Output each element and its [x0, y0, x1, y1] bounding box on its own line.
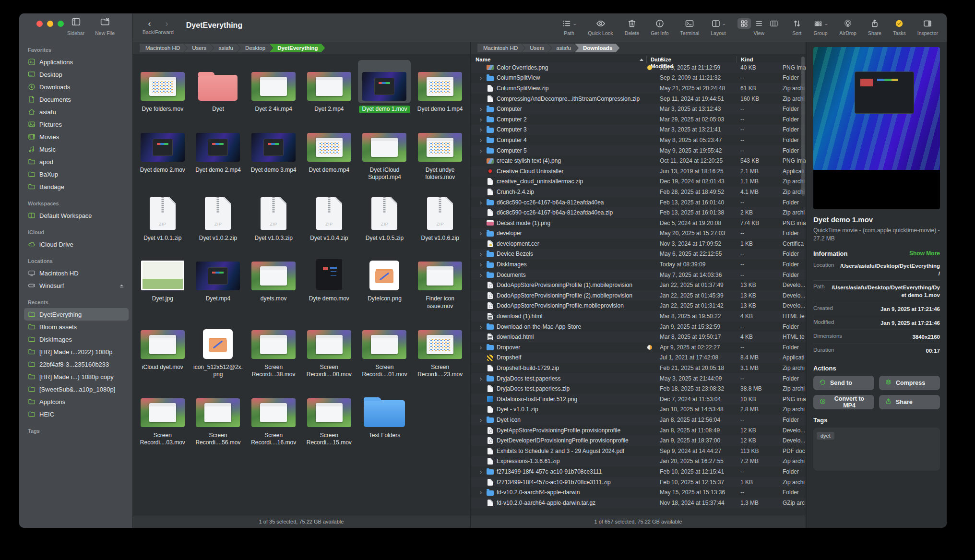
file-row-columnsplitview[interactable]: ›ColumnSplitViewSep 2, 2009 at 11:21:32-…	[471, 73, 806, 83]
view-grid-button[interactable]	[737, 18, 751, 29]
file-row-f2713499-18f4-457c-ac10-91b708ce3111-zip[interactable]: f2713499-18f4-457c-ac10-91b708ce3111.zip…	[471, 477, 806, 488]
grid-item-dyet-demo-mp4[interactable]: Dyet demo.mp4	[301, 121, 357, 181]
file-row-create-stylish-text-4-png[interactable]: create stylish text (4).pngOct 11, 2024 …	[471, 155, 806, 166]
grid-item-dyet-v1-0-4-zip[interactable]: Dyet v1.0.4.zip	[301, 189, 357, 242]
file-row-dtafalonso-ios8-finder-512-png[interactable]: Dtafalonso-Ios8-Finder.512.pngDec 7, 202…	[471, 394, 806, 405]
file-row-exhibits-to-schedule-2-and-3-29-august-2024-pdf[interactable]: Exhibits to Schedule 2 and 3 - 29 August…	[471, 446, 806, 456]
column-header-date[interactable]: Date Modified	[646, 56, 656, 63]
sidebar-item-diskimages[interactable]: DiskImages	[24, 333, 129, 346]
tags-box[interactable]: dyet	[813, 428, 940, 471]
grid-item-dyet-2-4k-mp4[interactable]: Dyet 2 4k.mp4	[246, 60, 301, 113]
share-button[interactable]: Share	[868, 18, 881, 36]
close-window-button[interactable]	[36, 21, 43, 27]
file-row-expressions-1-3-6-61-zip[interactable]: Expressions-1.3.6.61.zipJan 20, 2025 at …	[471, 456, 806, 467]
grid-item-screen-recordi-16-mov[interactable]: Screen Recordi....16.mov	[246, 386, 301, 447]
file-row-compressinganddecompre-ithstreamcompression-zip[interactable]: CompressingAndDecompre...ithStreamCompre…	[471, 94, 806, 104]
file-row-download-1-html[interactable]: download (1).htmlMar 8, 2025 at 19:50:22…	[471, 311, 806, 322]
disclosure-triangle-icon[interactable]: ›	[476, 468, 486, 475]
eject-icon[interactable]	[119, 283, 125, 289]
disclosure-triangle-icon[interactable]: ›	[476, 272, 486, 278]
breadcrumb-asiafu[interactable]: asiafu	[548, 44, 578, 52]
show-more-link[interactable]: Show More	[909, 250, 940, 257]
sidebar-item-documents[interactable]: Documents	[24, 93, 129, 106]
file-row-dyetappstoreprovisioningprofile-provisionprofile[interactable]: DyetAppStoreProvisioningProfile.provisio…	[471, 425, 806, 436]
breadcrumb-macintosh-hd[interactable]: Macintosh HD	[140, 44, 187, 52]
grid-item-screen-recordi-23-mov[interactable]: Screen Recordi....23.mov	[412, 318, 468, 379]
sidebar-item-movies[interactable]: Movies	[24, 131, 129, 143]
disclosure-triangle-icon[interactable]: ›	[476, 417, 486, 423]
file-row-dyet-icon[interactable]: ›Dyet iconJan 8, 2025 at 12:56:04--Folde…	[471, 415, 806, 425]
file-row-download-on-the-mac-app-store[interactable]: ›Download-on-the-Mac-App-StoreJan 9, 202…	[471, 322, 806, 332]
grid-item-dyte-demo-mov[interactable]: Dyte demo.mov	[301, 250, 357, 310]
grid-item-dyet-undye-folders-mov[interactable]: Dyet undye folders.mov	[412, 121, 468, 181]
sidebar-item-icloud-drive[interactable]: iCloud Drive	[24, 238, 129, 250]
file-row-creative-cloud-uninstaller[interactable]: Creative Cloud UninstallerJun 13, 2019 a…	[471, 166, 806, 177]
file-row-computer-5[interactable]: ›Computer 5May 9, 2025 at 19:55:42--Fold…	[471, 145, 806, 156]
file-row-dropover[interactable]: ›DropoverApr 9, 2025 at 02:22:27--Folder	[471, 342, 806, 353]
file-row-computer[interactable]: ›ComputerMar 3, 2025 at 13:12:43--Folder	[471, 104, 806, 114]
grid-item-finder-icon-issue-mov[interactable]: Finder icon issue.mov	[412, 250, 468, 310]
breadcrumb-users[interactable]: Users	[184, 44, 214, 52]
disclosure-triangle-icon[interactable]: ›	[476, 126, 486, 133]
grid-item-icloud-dyet-mov[interactable]: iCloud dyet.mov	[135, 318, 190, 379]
group-button[interactable]: ⌄ Group	[813, 18, 828, 36]
view-list-button[interactable]	[752, 18, 766, 29]
breadcrumb-users[interactable]: Users	[522, 44, 551, 52]
convert-to-mp4-button[interactable]: Convert to MP4	[813, 395, 874, 409]
sidebar-item-asiafu[interactable]: asiafu	[24, 106, 129, 118]
sidebar-item-pictures[interactable]: Pictures	[24, 118, 129, 131]
sidebar-toggle-button[interactable]: Sidebar	[67, 17, 84, 36]
minimize-window-button[interactable]	[47, 21, 53, 27]
grid-item-screen-recordi-56-mov[interactable]: Screen Recordi....56.mov	[190, 386, 246, 447]
file-row-crunch-2-4-zip[interactable]: Crunch-2.4.zipFeb 28, 2025 at 18:49:524.…	[471, 187, 806, 197]
disclosure-triangle-icon[interactable]: ›	[476, 106, 486, 112]
grid-item-dyet-demo-3-mp4[interactable]: Dyet demo 3.mp4	[246, 121, 301, 181]
compress-button[interactable]: Compress	[879, 376, 940, 390]
file-row-dyet-v1-0-1-zip[interactable]: Dyet - v1.0.1.zipJan 10, 2025 at 14:53:4…	[471, 405, 806, 415]
grid-item-dyet-v1-0-5-zip[interactable]: Dyet v1.0.5.zip	[357, 189, 413, 242]
grid-item-dyets-mov[interactable]: dyets.mov	[246, 250, 301, 310]
airdrop-button[interactable]: AirDrop	[839, 18, 856, 36]
delete-button[interactable]: Delete	[625, 18, 639, 36]
grid-item-dyet-v1-0-1-zip[interactable]: Dyet v1.0.1.zip	[135, 189, 190, 242]
column-header-size[interactable]: Size	[656, 56, 737, 63]
sidebar-item-desktop[interactable]: Desktop	[24, 68, 129, 81]
breadcrumb-dyeteverything[interactable]: DyetEverything	[269, 44, 325, 52]
grid-item-screen-recordi-38-mov[interactable]: Screen Recordi...38.mov	[246, 318, 301, 379]
grid-item-dyet-v1-0-3-zip[interactable]: Dyet v1.0.3.zip	[246, 189, 301, 242]
sort-button[interactable]: Sort	[792, 18, 802, 36]
back-button[interactable]: ‹	[148, 19, 151, 29]
sidebar-item-baxup[interactable]: BaXup	[24, 168, 129, 180]
file-row-dryjadocs-test-paperless-zip[interactable]: DryjaDocs test.paperless.zipFeb 18, 2025…	[471, 383, 806, 394]
sidebar-item-macintosh-hd[interactable]: Macintosh HD	[24, 267, 129, 279]
list-scrollbar[interactable]	[801, 57, 805, 196]
file-row-development-cer[interactable]: development.cerNov 3, 2024 at 17:09:521 …	[471, 238, 806, 249]
send-to-button[interactable]: Send to	[813, 376, 874, 390]
file-row-d6c8c590-cc26-4167-b64a-812eafda40ea-zip[interactable]: d6c8c590-cc26-4167-b64a-812eafda40ea.zip…	[471, 207, 806, 218]
disclosure-triangle-icon[interactable]: ›	[476, 137, 486, 143]
breadcrumb-macintosh-hd[interactable]: Macintosh HD	[477, 44, 525, 52]
file-row-device-bezels[interactable]: ›Device BezelsMay 6, 2025 at 22:12:55--F…	[471, 249, 806, 260]
file-row-dodoappstoreprovisioningprofile-2-mobileprovision[interactable]: DodoAppStoreProvisioningProfile (2).mobi…	[471, 290, 806, 301]
breadcrumb-desktop[interactable]: Desktop	[237, 44, 273, 52]
file-row-computer-3[interactable]: ›Computer 3Mar 3, 2025 at 13:21:41--Fold…	[471, 125, 806, 135]
grid-item-dyet-demo-1-mov[interactable]: Dyet demo 1.mov	[357, 60, 413, 113]
grid-item-dyet[interactable]: Dyet	[190, 60, 246, 113]
breadcrumb-asiafu[interactable]: asiafu	[210, 44, 240, 52]
sidebar-item-apod[interactable]: apod	[24, 155, 129, 168]
tag-chip[interactable]: dyet	[817, 432, 834, 440]
file-row-computer-2[interactable]: ›Computer 2Mar 29, 2025 at 02:05:03--Fol…	[471, 114, 806, 125]
file-row-dodoappstoreprovisioningprofile-mobileprovision[interactable]: DodoAppStoreProvisioningProfile.mobilepr…	[471, 301, 806, 311]
disclosure-triangle-icon[interactable]: ›	[476, 323, 486, 330]
sidebar-item-applications[interactable]: Applications	[24, 56, 129, 68]
layout-button[interactable]: ⌄ Layout	[711, 18, 726, 36]
file-row-decast-mode-1-png[interactable]: Decast mode (1).pngDec 5, 2024 at 19:20:…	[471, 218, 806, 228]
sidebar-item-hr-made-i-2022-1080p[interactable]: [HR] Made i...2022) 1080p	[24, 346, 129, 358]
grid-item-screen-recordi-00-mov[interactable]: Screen Recordi....00.mov	[301, 318, 357, 379]
column-header-kind[interactable]: Kind	[737, 56, 779, 63]
file-row-dyetdeveloperidprovisioningprofile-provisionprofile[interactable]: DyetDeveloperIDProvisioningProfile.provi…	[471, 435, 806, 446]
zoom-window-button[interactable]	[58, 21, 64, 27]
disclosure-triangle-icon[interactable]: ›	[476, 344, 486, 351]
disclosure-triangle-icon[interactable]: ›	[476, 261, 486, 268]
file-row-dodoappstoreprovisioningprofile-1-mobileprovision[interactable]: DodoAppStoreProvisioningProfile (1).mobi…	[471, 280, 806, 290]
